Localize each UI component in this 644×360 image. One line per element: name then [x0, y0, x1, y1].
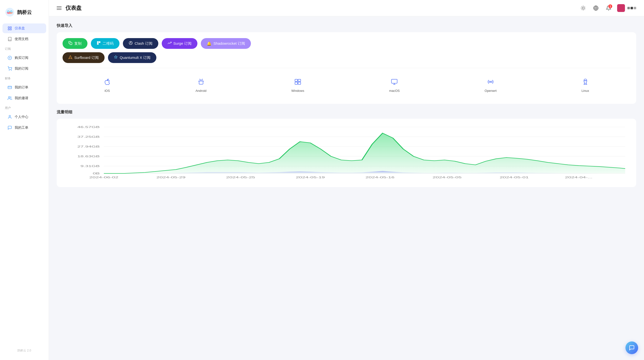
- y-label-0: 46.57GB: [77, 126, 100, 128]
- quantumult-icon: [114, 55, 118, 60]
- sidebar-item-my-sub[interactable]: 我的订阅: [2, 64, 46, 74]
- notification-button[interactable]: 1: [604, 4, 613, 12]
- svg-point-15: [11, 70, 12, 70]
- chat-float-button[interactable]: [626, 342, 638, 354]
- y-label-2: 27.94GB: [77, 145, 100, 148]
- profile-icon: [7, 114, 12, 120]
- header: 仪表盘: [49, 0, 644, 16]
- traffic-chart-title: 流量明细: [57, 110, 636, 115]
- svg-point-5: [8, 11, 9, 12]
- svg-marker-47: [69, 56, 72, 58]
- qrcode-icon: [97, 41, 101, 46]
- platform-macos[interactable]: macOS: [384, 76, 404, 95]
- sidebar-item-profile[interactable]: 个人中心: [2, 112, 46, 122]
- logo-icon: [5, 7, 15, 17]
- shadowrocket-icon: 🔔: [207, 41, 212, 46]
- qrcode-button[interactable]: 二维码: [91, 38, 120, 49]
- svg-rect-16: [8, 86, 12, 89]
- qrcode-label: 二维码: [102, 41, 114, 46]
- shadowrocket-label: Shadowrocket 订阅: [214, 41, 245, 46]
- macos-label: macOS: [389, 89, 400, 92]
- platform-linux[interactable]: Linux: [576, 76, 594, 95]
- clash-button[interactable]: Clash 订阅: [123, 38, 158, 49]
- traffic-chart-svg: 46.57GB 37.25GB 27.94GB 18.63GB 9.31GB 0…: [62, 124, 630, 183]
- sidebar-item-tickets[interactable]: 我的工单: [2, 123, 46, 132]
- x-label-7: 2024-04-...: [565, 176, 592, 179]
- android-label: Android: [196, 89, 206, 92]
- x-label-3: 2024-05-19: [296, 176, 325, 179]
- header-left: 仪表盘: [57, 4, 82, 12]
- surfboard-button[interactable]: Surfboard 订阅: [62, 52, 104, 63]
- import-buttons-row: 复制: [62, 38, 630, 49]
- clash-label: Clash 订阅: [134, 41, 152, 46]
- sidebar-item-label: 我的订单: [15, 85, 28, 90]
- svg-rect-8: [10, 26, 12, 28]
- logo-text: 鹊桥云: [17, 9, 32, 16]
- linux-label: Linux: [582, 89, 589, 92]
- platform-ios[interactable]: iOS: [99, 76, 116, 95]
- language-button[interactable]: [592, 4, 600, 12]
- shadowrocket-button[interactable]: 🔔 Shadowrocket 订阅: [201, 38, 251, 49]
- copy-label: 复制: [74, 41, 82, 46]
- svg-line-24: [585, 10, 585, 10]
- header-right: 1: [579, 4, 636, 12]
- sidebar-item-docs[interactable]: 使用文档: [2, 34, 46, 44]
- buy-sub-icon: [7, 56, 12, 60]
- svg-rect-37: [98, 44, 98, 44]
- platform-windows[interactable]: Windows: [286, 76, 309, 95]
- sidebar-item-label: 仪表盘: [15, 26, 25, 30]
- sidebar-item-buy-sub[interactable]: 购买订阅: [2, 53, 46, 63]
- menu-toggle-icon[interactable]: [57, 6, 62, 10]
- openwrt-label: Openwrt: [485, 89, 497, 92]
- svg-point-48: [200, 80, 200, 80]
- quantumult-button[interactable]: Quantumult X 订阅: [108, 52, 156, 63]
- quick-import-title: 快速导入: [57, 23, 636, 28]
- quick-import-card: 复制: [57, 32, 636, 104]
- section-label-user: 用户: [0, 104, 48, 112]
- tickets-icon: [7, 125, 12, 130]
- surge-label: Surge 订阅: [174, 41, 192, 46]
- svg-point-59: [586, 80, 586, 81]
- user-avatar[interactable]: [617, 4, 636, 12]
- svg-rect-54: [392, 80, 397, 83]
- sidebar-item-label: 我的邀请: [15, 96, 28, 100]
- svg-line-28: [585, 6, 585, 6]
- avatar-image: [617, 4, 625, 12]
- svg-rect-50: [295, 80, 298, 82]
- copy-button[interactable]: 复制: [62, 38, 88, 49]
- svg-rect-51: [298, 80, 301, 82]
- invite-icon: [7, 96, 12, 100]
- svg-point-58: [584, 80, 585, 81]
- clash-icon: [129, 41, 133, 46]
- svg-point-18: [8, 96, 10, 98]
- y-label-4: 9.31GB: [80, 164, 100, 168]
- platform-row: iOS Android: [62, 73, 630, 98]
- surfboard-label: Surfboard 订阅: [74, 56, 99, 60]
- section-label-subscription: 订阅: [0, 44, 48, 52]
- platform-android[interactable]: Android: [190, 76, 211, 95]
- page-title: 仪表盘: [66, 4, 82, 12]
- platform-openwrt[interactable]: Openwrt: [480, 76, 502, 95]
- sidebar-item-my-orders[interactable]: 我的订单: [2, 82, 46, 92]
- svg-point-19: [9, 115, 10, 117]
- svg-line-23: [582, 6, 582, 6]
- sidebar-item-my-invite[interactable]: 我的邀请: [2, 93, 46, 103]
- svg-point-20: [582, 7, 584, 9]
- sidebar-item-label: 购买订阅: [15, 56, 28, 60]
- orders-icon: [7, 85, 12, 90]
- sidebar-item-dashboard[interactable]: 仪表盘: [2, 24, 46, 33]
- svg-rect-7: [8, 26, 9, 28]
- theme-toggle-button[interactable]: [579, 4, 587, 12]
- main-area: 仪表盘: [49, 0, 644, 360]
- content-area: 快速导入 复制: [49, 16, 644, 360]
- y-label-3: 18.63GB: [77, 155, 100, 158]
- surge-icon: [168, 41, 172, 46]
- surge-button[interactable]: Surge 订阅: [162, 38, 198, 49]
- svg-rect-52: [295, 82, 298, 84]
- logo-area[interactable]: 鹊桥云: [0, 5, 48, 23]
- svg-point-6: [11, 11, 12, 12]
- sidebar-item-label: 个人中心: [15, 115, 28, 119]
- cart-icon: [7, 66, 12, 71]
- svg-rect-9: [8, 29, 9, 30]
- x-label-2: 2024-05-25: [226, 176, 255, 179]
